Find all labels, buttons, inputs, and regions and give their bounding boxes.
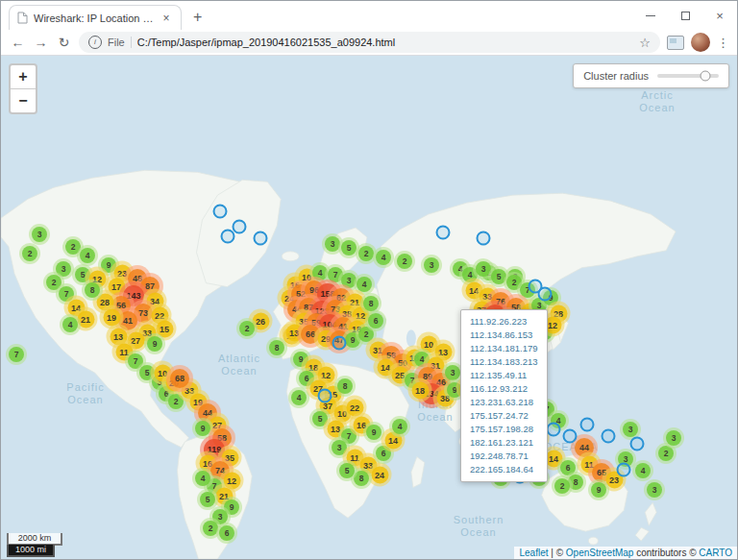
osm-link[interactable]: OpenStreetMap [566,548,634,558]
cluster-marker[interactable]: 5 [336,460,357,481]
cluster-marker[interactable]: 9 [144,333,165,354]
reload-icon[interactable]: ↻ [56,35,72,50]
cluster-marker[interactable]: 18 [408,378,432,402]
forward-icon[interactable]: → [33,35,49,50]
cluster-radius-slider[interactable] [657,74,719,78]
address-bar[interactable]: i File C:/Temp/Jasper/ipmap_201904160215… [79,32,660,53]
ip-address[interactable]: 116.12.93.212 [470,382,538,396]
ip-address[interactable]: 111.92.26.223 [470,315,538,329]
cluster-marker[interactable]: 68 [166,365,193,392]
ip-point-marker[interactable] [580,418,595,432]
cluster-radius-control: Cluster radius [573,63,729,88]
cluster-count: 8 [85,282,100,298]
cluster-count: 2 [358,246,374,261]
minimize-icon [646,15,655,16]
ip-address[interactable]: 112.134.181.179 [470,342,538,355]
cluster-marker[interactable]: 4 [288,387,309,408]
cluster-marker[interactable]: 6 [216,523,237,544]
cluster-count: 8 [363,296,379,311]
cluster-count: 24 [371,466,388,483]
cluster-marker[interactable]: 3 [421,255,442,276]
map-canvas[interactable]: + − Cluster radius 2000 km 1000 mi Leafl… [1,56,737,559]
cluster-count: 3 [623,422,638,437]
ip-point-marker[interactable] [547,423,561,437]
tab-close-icon[interactable]: × [160,12,173,25]
zoom-out-button[interactable]: − [11,88,36,112]
ip-address[interactable]: 112.134.183.213 [470,355,538,369]
cluster-marker[interactable]: 4 [373,247,394,268]
ip-point-marker[interactable] [630,437,645,451]
cluster-marker[interactable]: 2 [394,251,415,272]
minimize-button[interactable] [633,1,668,30]
cluster-marker[interactable]: 4 [60,314,81,335]
cluster-marker[interactable]: 4 [192,468,213,489]
profile-avatar[interactable] [691,33,710,52]
cluster-count: 2 [22,246,37,261]
cluster-count: 7 [9,347,24,362]
cluster-count: 5 [339,463,355,478]
cluster-marker[interactable]: 4 [632,460,653,481]
cluster-marker[interactable]: 8 [82,280,103,301]
browser-tab[interactable]: Wireshark: IP Location Map × [9,5,182,30]
cluster-marker[interactable]: 3 [29,224,50,245]
cluster-count: 3 [32,227,47,242]
ip-point-marker[interactable] [233,220,247,234]
ip-point-marker[interactable] [538,287,553,302]
ip-address[interactable]: 112.134.86.153 [470,329,538,342]
ip-address[interactable]: 175.157.24.72 [470,409,538,423]
close-window-button[interactable]: × [702,1,737,30]
ocean-label: Southern Ocean [454,514,504,539]
ip-point-marker[interactable] [563,429,578,444]
cluster-marker[interactable]: 2 [236,318,258,339]
cluster-marker[interactable]: 2 [19,243,40,264]
ip-point-marker[interactable] [221,230,235,244]
attribution-text: contributors © [633,548,699,558]
cluster-count: 4 [635,463,651,478]
ip-address[interactable]: 192.248.78.71 [470,450,538,463]
ip-point-marker[interactable] [617,463,631,477]
cluster-radius-thumb[interactable] [700,71,710,82]
ip-point-marker[interactable] [213,205,228,219]
cluster-marker[interactable]: 3 [644,479,665,500]
cluster-marker[interactable]: 9 [588,479,609,500]
ip-point-marker[interactable] [436,226,451,240]
ocean-label: Arctic Ocean [639,89,675,114]
back-icon[interactable]: ← [10,35,26,50]
browser-menu-icon[interactable]: ⋮ [717,36,728,50]
cluster-count: 2 [239,321,255,336]
ip-address[interactable]: 222.165.184.64 [470,463,538,476]
info-icon[interactable]: i [88,36,102,49]
url-scheme-chip: File [108,37,125,48]
zoom-in-button[interactable]: + [11,65,36,88]
cluster-marker[interactable]: 2 [552,475,573,497]
cluster-marker[interactable]: 4 [77,245,98,266]
ip-point-marker[interactable] [318,389,332,403]
cluster-marker[interactable]: 4 [389,416,410,437]
cluster-count: 5 [341,240,357,256]
ip-address[interactable]: 175.157.198.28 [470,423,538,436]
ip-point-marker[interactable] [602,429,616,444]
maximize-button[interactable] [668,1,702,30]
carto-link[interactable]: CARTO [699,548,732,558]
ip-address[interactable]: 123.231.63.218 [470,396,538,409]
cluster-marker[interactable]: 3 [663,427,684,449]
ip-point-marker[interactable] [332,336,347,351]
ip-address[interactable]: 182.161.23.121 [470,436,538,450]
ip-point-marker[interactable] [477,231,491,246]
cluster-count: 3 [424,257,439,273]
window-controls: × [633,1,737,30]
cluster-count: 3 [666,430,681,446]
cluster-count: 4 [376,250,391,265]
leaflet-link[interactable]: Leaflet [519,548,548,558]
ip-point-marker[interactable] [254,231,268,246]
cluster-marker[interactable]: 8 [334,376,356,397]
extension-icon[interactable] [667,36,684,50]
url-text[interactable]: C:/Temp/Jasper/ipmap_20190416021535_a099… [137,37,634,48]
cluster-marker[interactable]: 8 [360,293,381,314]
new-tab-button[interactable]: + [193,10,202,25]
browser-window: Wireshark: IP Location Map × + × ← → ↻ i… [0,0,738,560]
ip-address[interactable]: 112.135.49.11 [470,369,538,382]
bookmark-star-icon[interactable]: ☆ [639,36,651,50]
cluster-marker[interactable]: 7 [6,344,27,365]
cluster-count: 6 [368,313,383,329]
